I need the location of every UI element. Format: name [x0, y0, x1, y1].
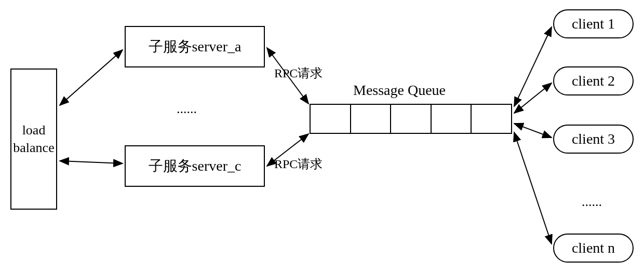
message-queue: [310, 104, 512, 134]
svg-line-2: [60, 50, 123, 105]
svg-line-9: [514, 132, 552, 244]
servers-ellipsis: ......: [177, 101, 197, 117]
svg-line-3: [60, 161, 123, 163]
server-a-label: 子服务server_a: [149, 37, 242, 57]
rpc-label-1: RPC请求: [274, 65, 323, 81]
client-3-box: client 3: [553, 125, 634, 154]
client-2-label: client 2: [572, 73, 615, 89]
rpc-label-2: RPC请求: [274, 156, 323, 172]
server-c-label: 子服务server_c: [149, 156, 242, 176]
queue-cell: [391, 105, 432, 133]
load-balance-label: load balance: [13, 121, 54, 157]
client-n-label: client n: [572, 240, 615, 256]
arrows-layer: [0, 0, 644, 274]
server-c-box: 子服务server_c: [125, 145, 265, 187]
svg-line-6: [514, 27, 552, 106]
queue-cell: [351, 105, 392, 133]
message-queue-label: Message Queue: [353, 82, 446, 99]
client-3-label: client 3: [572, 131, 615, 147]
client-1-label: client 1: [572, 16, 615, 32]
client-n-box: client n: [553, 234, 634, 263]
client-2-box: client 2: [553, 66, 634, 95]
queue-cell: [472, 105, 511, 133]
clients-ellipsis: ......: [582, 194, 602, 210]
server-a-box: 子服务server_a: [125, 26, 265, 67]
client-1-box: client 1: [553, 9, 634, 38]
svg-line-7: [514, 83, 552, 113]
svg-line-8: [514, 124, 552, 138]
load-balance-box: load balance: [10, 68, 57, 210]
queue-cell: [311, 105, 351, 133]
queue-cell: [432, 105, 472, 133]
